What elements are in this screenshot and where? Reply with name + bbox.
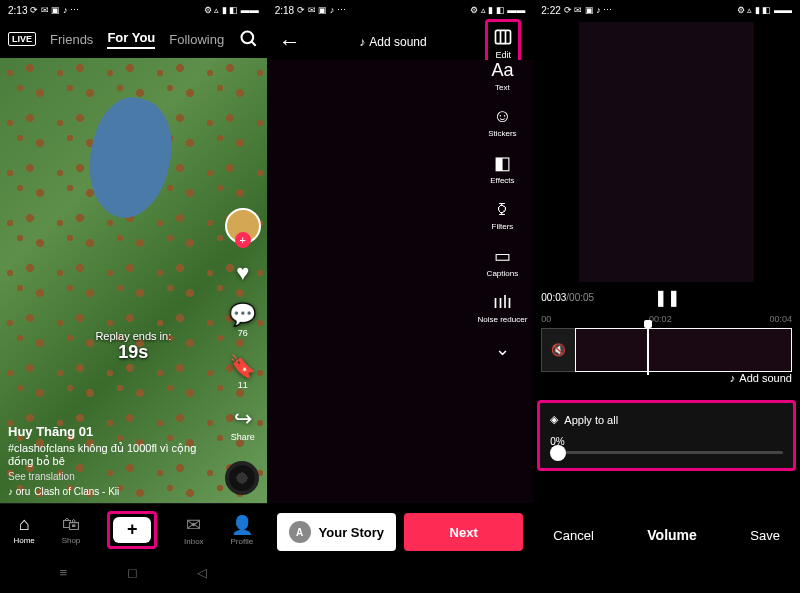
- nav-inbox[interactable]: ✉ Inbox: [184, 514, 204, 546]
- svg-line-1: [251, 42, 255, 46]
- sticker-icon: ☺: [493, 106, 511, 127]
- music-row[interactable]: ♪ oru Clash of Clans - Kii: [8, 486, 207, 497]
- music-disc[interactable]: [225, 461, 259, 495]
- tool-noise-reducer[interactable]: ıılı Noise reducer: [478, 292, 528, 324]
- creator-avatar[interactable]: +: [225, 208, 261, 244]
- pause-button[interactable]: ❚❚: [654, 288, 680, 307]
- story-avatar-icon: A: [289, 521, 311, 543]
- noise-icon: ıılı: [493, 292, 512, 313]
- caption: #clashofclans không đủ 1000fl vì cộng đồ…: [8, 442, 207, 468]
- comment-button[interactable]: 💬 76: [229, 302, 256, 338]
- back-button[interactable]: ←: [279, 29, 301, 55]
- back-softkey-icon[interactable]: ◁: [197, 565, 207, 580]
- mute-track-button[interactable]: 🔇: [541, 328, 575, 372]
- chevron-down-icon: ⌄: [495, 338, 510, 360]
- status-left-icons: ⟳ ✉ ▣ ♪ ⋯: [297, 5, 346, 15]
- edit-icon: [491, 25, 515, 49]
- live-badge[interactable]: LIVE: [8, 32, 36, 46]
- status-right-icons: ⚙ ▵ ▮ ◧ ▬▬: [737, 5, 792, 15]
- inbox-icon: ✉: [186, 514, 201, 536]
- volume-action-bar: Cancel Volume Save: [533, 513, 800, 557]
- nav-home[interactable]: ⌂ Home: [13, 514, 34, 545]
- tool-effects[interactable]: ◧ Effects: [490, 152, 514, 185]
- nav-shop[interactable]: 🛍 Shop: [62, 514, 81, 545]
- timeline: 00 00:02 00:04 🔇: [541, 314, 792, 372]
- status-left-icons: ⟳ ✉ ▣ ♪ ⋯: [30, 5, 79, 15]
- shop-icon: 🛍: [62, 514, 80, 535]
- edit-button[interactable]: Edit: [491, 25, 515, 60]
- video-preview[interactable]: [579, 22, 754, 282]
- music-note-icon: ♪ oru: [8, 486, 30, 497]
- tool-filters[interactable]: ⧲ Filters: [492, 199, 514, 231]
- tab-friends[interactable]: Friends: [50, 32, 93, 47]
- editor-tools: Aa Text ☺ Stickers ◧ Effects ⧲ Filters ▭…: [478, 60, 528, 360]
- home-icon: ⌂: [19, 514, 30, 535]
- nav-profile[interactable]: 👤 Profile: [230, 514, 253, 546]
- status-time: 2:18: [275, 5, 294, 16]
- video-feed[interactable]: + ♥ 💬 76 🔖 11 ↪ Share Replay ends in: 19…: [0, 58, 267, 503]
- replay-banner: Replay ends in: 19s: [95, 330, 171, 363]
- playhead[interactable]: [647, 325, 649, 375]
- create-button[interactable]: +: [113, 517, 151, 543]
- timeline-track[interactable]: 🔇: [541, 328, 792, 372]
- volume-value: 0%: [550, 436, 783, 447]
- share-icon: ↪: [234, 406, 252, 432]
- layers-icon: ◈: [550, 413, 558, 426]
- phone-editor-screen: 2:18 ⟳ ✉ ▣ ♪ ⋯ ⚙ ▵ ▮ ◧ ▬▬ ← ♪ Add sound …: [267, 0, 534, 593]
- volume-slider[interactable]: [550, 451, 783, 454]
- tab-for-you[interactable]: For You: [107, 30, 155, 49]
- music-note-icon: ♪: [359, 35, 365, 49]
- search-icon[interactable]: [239, 29, 259, 49]
- home-softkey-icon[interactable]: ◻: [127, 565, 138, 580]
- filters-icon: ⧲: [498, 199, 507, 220]
- tab-following[interactable]: Following: [169, 32, 224, 47]
- like-button[interactable]: ♥: [236, 260, 249, 286]
- share-button[interactable]: ↪ Share: [231, 406, 255, 442]
- profile-icon: 👤: [231, 514, 253, 536]
- tool-expand[interactable]: ⌄: [495, 338, 510, 360]
- tool-stickers[interactable]: ☺ Stickers: [488, 106, 516, 138]
- time-total: /00:05: [566, 292, 594, 303]
- see-translation[interactable]: See translation: [8, 471, 207, 482]
- slider-thumb[interactable]: [550, 445, 566, 461]
- music-note-icon: ♪: [730, 372, 736, 384]
- edit-button-highlight: Edit: [485, 19, 521, 66]
- comment-count: 76: [238, 328, 248, 338]
- save-button[interactable]: Save: [750, 528, 780, 543]
- add-sound-button[interactable]: ♪ Add sound: [359, 35, 426, 49]
- captions-icon: ▭: [494, 245, 511, 267]
- bookmark-button[interactable]: 🔖 11: [229, 354, 256, 390]
- feed-info: Huy Thăng 01 #clashofclans không đủ 1000…: [8, 424, 207, 497]
- music-title: Clash of Clans - Kii: [34, 486, 119, 497]
- your-story-button[interactable]: A Your Story: [277, 513, 396, 551]
- recent-icon[interactable]: ≡: [60, 565, 68, 580]
- status-bar: 2:13 ⟳ ✉ ▣ ♪ ⋯ ⚙ ▵ ▮ ◧ ▬▬: [0, 0, 267, 20]
- video-clip[interactable]: [575, 328, 792, 372]
- bookmark-icon: 🔖: [229, 354, 256, 380]
- share-label: Share: [231, 432, 255, 442]
- status-right-icons: ⚙ ▵ ▮ ◧ ▬▬: [204, 5, 259, 15]
- volume-panel-highlight: ◈ Apply to all 0%: [537, 400, 796, 471]
- status-right-icons: ⚙ ▵ ▮ ◧ ▬▬: [470, 5, 525, 15]
- apply-to-all-toggle[interactable]: ◈ Apply to all: [550, 413, 783, 426]
- time-current: 00:03: [541, 292, 566, 303]
- next-button[interactable]: Next: [404, 513, 523, 551]
- svg-rect-2: [496, 30, 511, 43]
- editor-bottom-row: A Your Story Next: [267, 507, 534, 557]
- replay-label: Replay ends in:: [95, 330, 171, 342]
- tool-text[interactable]: Aa Text: [491, 60, 513, 92]
- replay-timer: 19s: [95, 342, 171, 363]
- phone-volume-screen: 2:22 ⟳ ✉ ▣ ♪ ⋯ ⚙ ▵ ▮ ◧ ▬▬ 00:03/00:05 ❚❚…: [533, 0, 800, 593]
- add-sound-button[interactable]: ♪ Add sound: [730, 372, 792, 384]
- cancel-button[interactable]: Cancel: [553, 528, 593, 543]
- comment-icon: 💬: [229, 302, 256, 328]
- status-bar: 2:22 ⟳ ✉ ▣ ♪ ⋯ ⚙ ▵ ▮ ◧ ▬▬: [533, 0, 800, 20]
- top-nav: LIVE Friends For You Following: [0, 20, 267, 58]
- creator-name[interactable]: Huy Thăng 01: [8, 424, 207, 439]
- tool-captions[interactable]: ▭ Captions: [487, 245, 519, 278]
- speaker-muted-icon: 🔇: [551, 343, 566, 357]
- heart-icon: ♥: [236, 260, 249, 286]
- right-action-rail: + ♥ 💬 76 🔖 11 ↪ Share: [225, 208, 261, 442]
- android-nav: ≡ ◻ ◁: [0, 555, 267, 589]
- text-icon: Aa: [491, 60, 513, 81]
